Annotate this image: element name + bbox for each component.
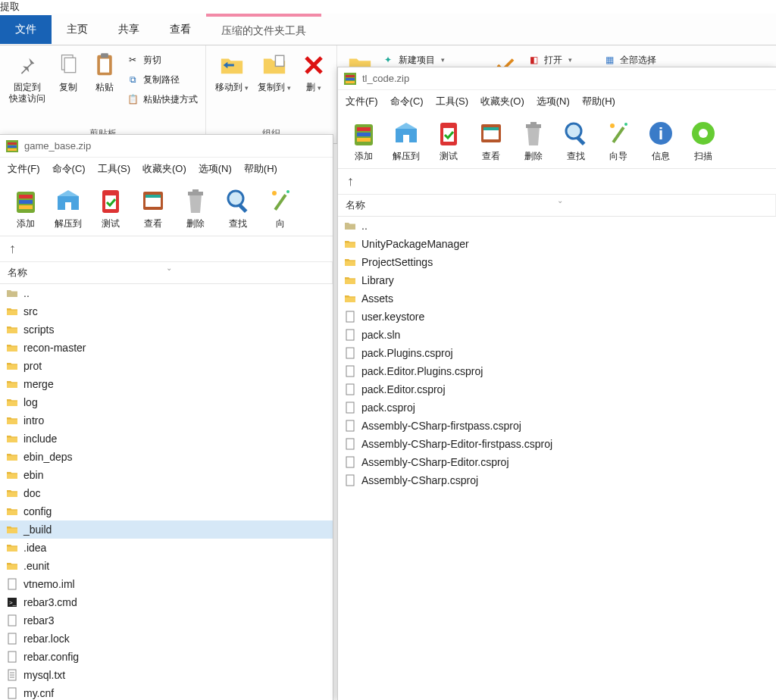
list-header-right[interactable]: 名称⌄ [338, 195, 776, 217]
copy-to-button[interactable]: 复制到 [253, 48, 296, 124]
delete-button[interactable]: 删除 [174, 183, 217, 233]
list-header-left[interactable]: 名称⌄ [0, 262, 333, 284]
view-button[interactable]: 查看 [470, 116, 512, 165]
up-arrow-left[interactable]: ↑ [0, 236, 333, 262]
add-button[interactable]: 添加 [343, 116, 385, 165]
find-button[interactable]: 查找 [555, 116, 597, 165]
list-item[interactable]: >_rebar3.cmd [0, 593, 333, 611]
menu-fav[interactable]: 收藏夹(O) [142, 162, 186, 176]
find-button[interactable]: 查找 [217, 183, 259, 233]
test-button[interactable]: 测试 [427, 116, 470, 165]
scan-button[interactable]: 扫描 [682, 116, 724, 165]
menu-fav[interactable]: 收藏夹(O) [480, 95, 524, 108]
svg-rect-67 [346, 384, 354, 395]
tab-file[interactable]: 文件 [0, 15, 52, 44]
list-item[interactable]: Assembly-CSharp-firstpass.csproj [338, 417, 776, 435]
menu-file[interactable]: 文件(F) [346, 95, 378, 108]
list-item[interactable]: ebin [0, 466, 333, 484]
paste-shortcut-button[interactable]: 📋粘贴快捷方式 [123, 91, 201, 108]
list-item[interactable]: rebar.lock [0, 630, 333, 648]
svg-rect-69 [346, 420, 354, 431]
list-item[interactable]: my.cnf [0, 684, 333, 700]
move-to-button[interactable]: 移动到 [211, 48, 253, 124]
extract-button[interactable]: 解压到 [47, 183, 89, 233]
up-arrow-right[interactable]: ↑ [338, 169, 776, 195]
list-item[interactable]: doc [0, 484, 333, 502]
list-item[interactable]: .idea [0, 539, 333, 557]
menu-tool[interactable]: 工具(S) [436, 95, 468, 108]
test-button[interactable]: 测试 [89, 183, 132, 233]
list-item[interactable]: pack.sln [338, 326, 776, 344]
pin-to-quick-access-button[interactable]: 固定到快速访问 [5, 48, 50, 124]
copy-path-button[interactable]: ⧉复制路径 [123, 71, 201, 88]
list-item[interactable]: scripts [0, 320, 333, 339]
menu-tool[interactable]: 工具(S) [98, 162, 130, 176]
list-item[interactable]: rebar.config [0, 648, 333, 666]
window-title-right: tl_code.zip [362, 73, 409, 84]
list-item[interactable]: pack.Editor.csproj [338, 380, 776, 398]
list-item[interactable]: merge [0, 375, 333, 393]
list-item[interactable]: pack.Plugins.csproj [338, 344, 776, 362]
menu-help[interactable]: 帮助(H) [582, 95, 615, 108]
menu-cmd[interactable]: 命令(C) [390, 95, 424, 108]
menu-opt[interactable]: 选项(N) [199, 162, 232, 176]
menu-file[interactable]: 文件(F) [8, 162, 40, 176]
list-item[interactable]: .eunit [0, 557, 333, 575]
list-item[interactable]: include [0, 430, 333, 448]
menubar-right: 文件(F) 命令(C) 工具(S) 收藏夹(O) 选项(N) 帮助(H) [338, 90, 776, 113]
svg-rect-63 [346, 311, 354, 322]
open-button[interactable]: ◧打开 [524, 52, 575, 68]
toolbar-label: 解压到 [55, 217, 82, 230]
list-item[interactable]: Assets [338, 289, 776, 308]
wizard-button[interactable]: 向 [259, 183, 302, 233]
list-item[interactable]: Library [338, 271, 776, 289]
delete-button[interactable]: 删 [296, 48, 332, 124]
svg-rect-11 [19, 195, 33, 198]
titlebar-right[interactable]: tl_code.zip [338, 67, 776, 90]
info-button[interactable]: i信息 [640, 116, 682, 165]
list-item[interactable]: prot [0, 357, 333, 375]
tab-home[interactable]: 主页 [52, 15, 103, 44]
list-item[interactable]: mysql.txt [0, 666, 333, 684]
list-item-up[interactable]: .. [338, 217, 776, 235]
add-button[interactable]: 添加 [5, 183, 47, 233]
tab-view[interactable]: 查看 [155, 15, 206, 44]
list-item[interactable]: _build [0, 520, 333, 539]
list-item[interactable]: ProjectSettings [338, 253, 776, 271]
list-item[interactable]: Assembly-CSharp-Editor-firstpass.csproj [338, 435, 776, 453]
titlebar-left[interactable]: game_base.zip [0, 135, 333, 158]
list-item[interactable]: pack.Editor.Plugins.csproj [338, 362, 776, 380]
svg-rect-43 [357, 127, 371, 131]
list-item[interactable]: src [0, 302, 333, 320]
new-item-button[interactable]: ✦新建项目 [378, 52, 448, 68]
list-item[interactable]: Assembly-CSharp-Editor.csproj [338, 453, 776, 471]
tab-share[interactable]: 共享 [103, 15, 155, 44]
file-name: recon-master [23, 342, 86, 354]
list-item-up[interactable]: .. [0, 284, 333, 302]
list-item[interactable]: pack.csproj [338, 398, 776, 417]
list-item[interactable]: ebin_deps [0, 448, 333, 466]
copy-button[interactable]: 复制 [50, 48, 86, 124]
list-item[interactable]: UnityPackageManager [338, 235, 776, 253]
list-item[interactable]: vtnemo.iml [0, 575, 333, 593]
list-item[interactable]: log [0, 393, 333, 411]
menu-opt[interactable]: 选项(N) [537, 95, 570, 108]
folder-icon [344, 292, 356, 305]
list-item[interactable]: recon-master [0, 339, 333, 357]
cut-button[interactable]: ✂剪切 [123, 52, 201, 68]
view-button[interactable]: 查看 [132, 183, 174, 233]
select-all-button[interactable]: ▦全部选择 [599, 52, 659, 68]
list-item[interactable]: intro [0, 411, 333, 430]
list-item[interactable]: rebar3 [0, 611, 333, 630]
list-item[interactable]: user.keystore [338, 308, 776, 326]
list-item[interactable]: Assembly-CSharp.csproj [338, 471, 776, 489]
menu-cmd[interactable]: 命令(C) [52, 162, 86, 176]
file-name: merge [23, 378, 54, 390]
list-item[interactable]: config [0, 502, 333, 520]
wizard-button[interactable]: 向导 [597, 116, 640, 165]
menu-help[interactable]: 帮助(H) [244, 162, 277, 176]
delete-button[interactable]: 删除 [512, 116, 555, 165]
tab-compressed-folder-tools[interactable]: 压缩的文件夹工具 [206, 14, 321, 45]
paste-button[interactable]: 粘贴 [86, 48, 123, 124]
extract-button[interactable]: 解压到 [385, 116, 427, 165]
